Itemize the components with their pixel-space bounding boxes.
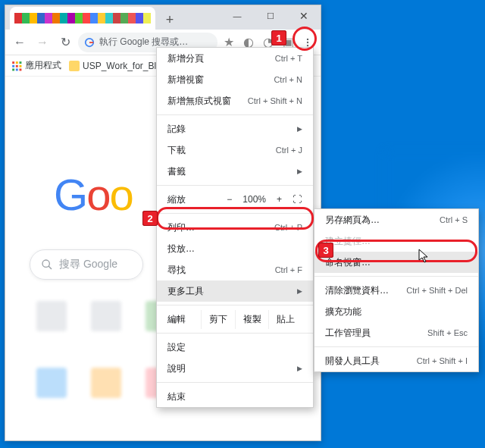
menu-edit-row: 編輯 剪下 複製 貼上 [157, 309, 313, 330]
zoom-value: 100% [242, 194, 266, 205]
folder-icon [69, 61, 80, 71]
zoom-label: 縮放 [167, 193, 186, 206]
reload-button[interactable]: ↻ [55, 33, 75, 52]
chevron-right-icon: ▶ [297, 287, 302, 295]
shortcut-tile[interactable] [84, 368, 128, 421]
tab-favicon-stack [14, 13, 151, 23]
shortcut-tile[interactable] [30, 368, 74, 421]
zoom-in-button[interactable]: + [277, 194, 282, 205]
menu-help[interactable]: 說明▶ [157, 358, 313, 379]
menu-cut[interactable]: 剪下 [201, 310, 235, 329]
menu-copy[interactable]: 複製 [235, 310, 269, 329]
maximize-button[interactable]: ☐ [254, 5, 287, 27]
menu-exit[interactable]: 結束 [157, 386, 313, 407]
google-logo: Goo [54, 169, 133, 220]
svg-point-13 [42, 260, 49, 267]
tab-strip: + — ☐ ✕ [5, 5, 321, 30]
shortcut-tile[interactable] [84, 301, 128, 354]
new-tab-button[interactable]: + [160, 10, 180, 30]
apps-button[interactable]: 應用程式 [11, 59, 61, 72]
menu-find[interactable]: 尋找Ctrl + F [157, 259, 313, 280]
menu-new-tab[interactable]: 新增分頁Ctrl + T [157, 48, 313, 69]
bookmark-folder-1[interactable]: USP_Work_for_Bl… [69, 61, 165, 71]
shortcut-tile[interactable] [30, 301, 74, 354]
menu-bookmarks[interactable]: 書籤▶ [157, 161, 313, 182]
submenu-extensions[interactable]: 擴充功能 [314, 301, 478, 322]
edit-label: 編輯 [167, 313, 201, 326]
menu-settings[interactable]: 設定 [157, 337, 313, 358]
annotation-badge-2: 2 [142, 211, 158, 226]
menu-print[interactable]: 列印…Ctrl + P [157, 217, 313, 238]
svg-rect-8 [16, 64, 18, 67]
annotation-badge-1: 1 [271, 30, 286, 45]
svg-line-14 [48, 266, 52, 269]
svg-rect-10 [12, 68, 14, 70]
mouse-cursor-icon [418, 249, 430, 264]
submenu-create-shortcut: 建立捷徑… [314, 230, 478, 252]
chevron-right-icon: ▶ [297, 365, 302, 372]
menu-history[interactable]: 記錄▶ [157, 118, 313, 139]
zoom-out-button[interactable]: − [227, 194, 232, 205]
vertical-dots-icon [302, 37, 313, 48]
submenu-name-window[interactable]: 命名視窗… [314, 252, 478, 273]
svg-rect-9 [20, 64, 22, 67]
menu-cast[interactable]: 投放… [157, 238, 313, 259]
google-search-input[interactable]: 搜尋 Google [30, 249, 143, 280]
svg-rect-12 [20, 68, 22, 70]
menu-zoom: 縮放 − 100% + ⛶ [157, 189, 313, 210]
forward-button[interactable]: → [33, 33, 52, 52]
svg-rect-4 [12, 61, 14, 64]
svg-point-1 [307, 38, 308, 39]
submenu-save-page[interactable]: 另存網頁為…Ctrl + S [314, 209, 478, 230]
apps-grid-icon [11, 61, 22, 71]
svg-point-3 [307, 44, 308, 45]
menu-new-window[interactable]: 新增視窗Ctrl + N [157, 69, 313, 90]
window-controls: — ☐ ✕ [221, 5, 321, 27]
more-tools-submenu: 另存網頁為…Ctrl + S 建立捷徑… 命名視窗… 清除瀏覽資料…Ctrl +… [314, 208, 479, 372]
svg-rect-11 [16, 68, 18, 70]
back-button[interactable]: ← [10, 33, 30, 52]
chevron-right-icon: ▶ [297, 125, 302, 133]
chevron-right-icon: ▶ [297, 168, 302, 175]
menu-downloads[interactable]: 下載Ctrl + J [157, 139, 313, 161]
google-g-icon [84, 37, 95, 48]
apps-label: 應用程式 [25, 59, 61, 72]
fullscreen-button[interactable]: ⛶ [293, 194, 302, 205]
svg-rect-6 [20, 61, 22, 64]
submenu-clear-data[interactable]: 清除瀏覽資料…Ctrl + Shift + Del [314, 280, 478, 301]
menu-paste[interactable]: 貼上 [268, 310, 302, 329]
search-placeholder: 搜尋 Google [59, 258, 117, 271]
chrome-main-menu: 新增分頁Ctrl + T 新增視窗Ctrl + N 新增無痕式視窗Ctrl + … [156, 47, 314, 408]
search-icon [41, 258, 53, 271]
svg-point-2 [307, 41, 308, 42]
submenu-dev-tools[interactable]: 開發人員工具Ctrl + Shift + I [314, 350, 478, 371]
active-tab[interactable] [10, 7, 155, 30]
svg-rect-5 [16, 61, 18, 64]
svg-rect-7 [12, 64, 14, 67]
submenu-task-manager[interactable]: 工作管理員Shift + Esc [314, 322, 478, 343]
minimize-button[interactable]: — [221, 5, 254, 27]
annotation-badge-3: 3 [318, 243, 333, 258]
close-button[interactable]: ✕ [287, 5, 321, 27]
menu-more-tools[interactable]: 更多工具▶ [157, 280, 313, 302]
bookmark-folder-label: USP_Work_for_Bl… [83, 61, 165, 71]
menu-incognito[interactable]: 新增無痕式視窗Ctrl + Shift + N [157, 90, 313, 111]
